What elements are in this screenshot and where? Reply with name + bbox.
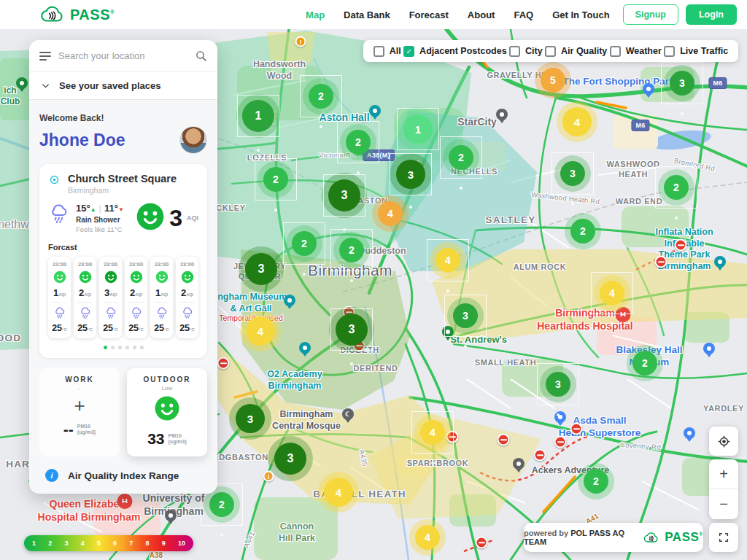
location-name: Church Street Square xyxy=(68,173,177,184)
forecast-card[interactable]: 23:003AQI25°C xyxy=(99,257,122,338)
aqi-marker-2[interactable]: 2 xyxy=(263,167,288,192)
checkbox[interactable] xyxy=(610,46,621,57)
carousel-dot[interactable] xyxy=(140,346,144,349)
checkbox[interactable] xyxy=(664,46,675,57)
carousel-dot[interactable] xyxy=(125,346,129,349)
aqi-marker-3[interactable]: 3 xyxy=(328,179,360,211)
zoom-in-button[interactable]: + xyxy=(709,459,738,489)
aqi-marker-4[interactable]: 4 xyxy=(415,525,440,550)
nav-link-map[interactable]: Map xyxy=(306,9,325,20)
zoom-out-button[interactable]: − xyxy=(709,489,738,519)
carousel-dot[interactable] xyxy=(118,346,122,349)
aqi-marker-2[interactable]: 2 xyxy=(339,238,364,262)
aqi-marker-4[interactable]: 4 xyxy=(562,107,592,136)
filter-air-quality[interactable]: Air Quality xyxy=(545,46,607,57)
aqi-marker-3[interactable]: 3 xyxy=(546,372,570,397)
road-closed-icon xyxy=(554,436,567,448)
aqi-marker-3[interactable]: 3 xyxy=(670,71,694,96)
aqi-marker-2[interactable]: 2 xyxy=(209,492,234,517)
map-label: The Fort Shopping Park xyxy=(562,76,674,88)
starcity-poi-icon[interactable] xyxy=(496,109,508,120)
forecast-card[interactable]: 23:002AQI25°C xyxy=(74,257,96,338)
aqi-marker-4[interactable]: 4 xyxy=(436,248,460,273)
qe-hospital-poi-icon[interactable]: H xyxy=(117,494,133,509)
central-mosque-poi-icon[interactable]: ☾ xyxy=(342,408,354,420)
checkbox[interactable] xyxy=(545,46,556,57)
login-button[interactable]: Login xyxy=(686,4,737,25)
carousel-dot[interactable] xyxy=(104,346,107,349)
checkbox[interactable] xyxy=(509,46,520,57)
aqi-marker-2[interactable]: 2 xyxy=(346,130,371,155)
filter-weather[interactable]: Weather xyxy=(610,46,662,57)
blakesley-hall-museum-poi-icon[interactable] xyxy=(703,343,715,354)
aqi-marker-5[interactable]: 5 xyxy=(541,68,565,93)
aqi-marker-3[interactable]: 3 xyxy=(336,314,368,346)
saved-places-toggle[interactable]: See your saved places xyxy=(29,72,217,100)
add-work-location-icon[interactable]: + xyxy=(45,396,114,415)
checkbox[interactable]: ✓ xyxy=(403,46,414,57)
o2-academy-poi-icon[interactable] xyxy=(299,342,311,354)
menu-icon[interactable] xyxy=(39,52,51,61)
aqi-marker-4[interactable]: 4 xyxy=(324,478,353,507)
aston-hall-poi-icon[interactable] xyxy=(369,105,381,117)
aqi-marker-3[interactable]: 3 xyxy=(245,253,277,285)
outdoor-pm-card[interactable]: OUTDOOR Low 33 PM10(ug/m3) xyxy=(127,368,207,456)
inflata-nation-poi-icon[interactable] xyxy=(714,256,726,268)
forecast-card[interactable]: 23:002AQI25°C xyxy=(125,257,147,338)
checkbox[interactable] xyxy=(374,46,384,57)
nav-link-forecast[interactable]: Forecast xyxy=(409,9,449,20)
aqi-marker-1[interactable]: 1 xyxy=(403,114,433,144)
aqi-marker-2[interactable]: 2 xyxy=(449,145,473,170)
aqi-marker-3[interactable]: 3 xyxy=(453,303,478,328)
filter-live-traffic[interactable]: Live Traffic xyxy=(664,46,728,57)
university-of-birmingham-poi-icon[interactable] xyxy=(165,510,177,521)
search-icon[interactable] xyxy=(195,50,207,62)
aqi-marker-2[interactable]: 2 xyxy=(664,175,689,200)
fullscreen-button[interactable] xyxy=(709,523,738,552)
nav-link-faq[interactable]: FAQ xyxy=(514,9,533,20)
aqi-marker-4[interactable]: 4 xyxy=(420,420,445,445)
signup-button[interactable]: Signup xyxy=(623,4,678,25)
golf-club-poi-icon[interactable] xyxy=(16,77,28,89)
filter-adjacent-postcodes[interactable]: ✓Adjacent Postcodes xyxy=(403,46,506,57)
aqi-marker-3[interactable]: 3 xyxy=(560,161,585,186)
filter-all[interactable]: All xyxy=(374,46,401,57)
temperature-range: 15°▲|11°▼ xyxy=(76,203,124,214)
swan-centre-poi-icon[interactable] xyxy=(684,427,695,439)
map-filter-bar: All✓Adjacent PostcodesCityAir QualityWea… xyxy=(363,40,738,62)
aqi-marker-2[interactable]: 2 xyxy=(584,469,608,494)
work-pm-card[interactable]: WORK - + -- PM10(ug/m3) xyxy=(39,368,120,456)
nav-link-data-bank[interactable]: Data Bank xyxy=(344,9,390,20)
search-input[interactable] xyxy=(58,50,187,61)
asda-superstore-poi-icon[interactable] xyxy=(554,411,566,423)
forecast-card[interactable]: 23:001AQI25°C xyxy=(150,257,173,338)
locate-me-button[interactable] xyxy=(709,427,738,456)
aqi-marker-2[interactable]: 2 xyxy=(292,231,317,256)
fort-shopping-park-poi-icon[interactable] xyxy=(643,83,654,95)
warning-poi-icon[interactable]: ! xyxy=(295,36,306,47)
aqi-marker-3[interactable]: 3 xyxy=(274,443,306,475)
aqi-marker-2[interactable]: 2 xyxy=(632,351,657,376)
aqi-marker-4[interactable]: 4 xyxy=(600,281,624,306)
aqi-range-link[interactable]: i Air Quality Index Range xyxy=(39,469,207,482)
search-bar[interactable] xyxy=(29,40,217,72)
filter-city[interactable]: City xyxy=(509,46,543,57)
roadworks-poi-icon[interactable]: ! xyxy=(263,471,274,482)
aqi-marker-3[interactable]: 3 xyxy=(396,160,425,189)
nav-link-get-in-touch[interactable]: Get In Touch xyxy=(552,9,609,20)
aqi-marker-2[interactable]: 2 xyxy=(309,84,333,109)
carousel-dot[interactable] xyxy=(133,346,136,349)
forecast-card[interactable]: 23:001AQI25°C xyxy=(48,257,71,338)
ackers-adventure-poi-icon[interactable] xyxy=(513,458,525,470)
forecast-card[interactable]: 23:002AQI25°C xyxy=(176,257,198,338)
museum-art-gallery-poi-icon[interactable] xyxy=(284,295,295,306)
aqi-marker-1[interactable]: 1 xyxy=(242,100,274,132)
aqi-marker-2[interactable]: 2 xyxy=(570,219,595,244)
aqi-marker-4[interactable]: 4 xyxy=(378,201,403,226)
carousel-dot[interactable] xyxy=(111,346,115,349)
brand-logo[interactable]: PASS® xyxy=(40,5,115,24)
user-avatar[interactable] xyxy=(179,126,207,154)
nav-link-about[interactable]: About xyxy=(468,9,495,20)
aqi-marker-4[interactable]: 4 xyxy=(246,316,275,346)
aqi-marker-3[interactable]: 3 xyxy=(236,404,265,433)
